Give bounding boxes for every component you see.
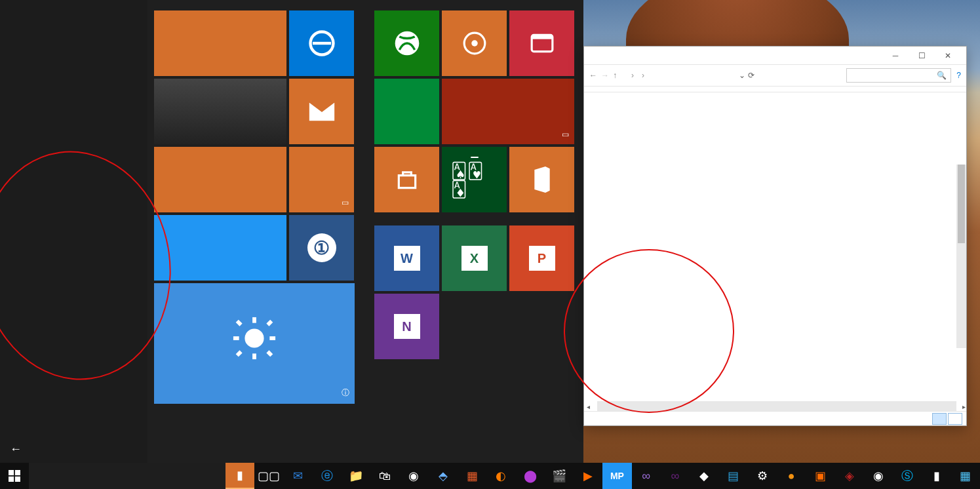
tile-ppt[interactable]: P: [509, 225, 574, 291]
tile-weather[interactable]: ⓘ: [154, 283, 355, 404]
section-numeric[interactable]: [0, 0, 147, 10]
view-icons-button[interactable]: [948, 413, 962, 425]
onenote-icon: N: [380, 299, 434, 354]
movies-icon: [515, 16, 569, 71]
1password-icon: ①: [294, 220, 349, 275]
search-input[interactable]: 🔍: [846, 68, 951, 83]
task-active-app[interactable]: ▮: [225, 463, 254, 489]
task-explorer[interactable]: 📁: [342, 463, 370, 489]
task-app8[interactable]: ●: [777, 463, 806, 489]
scrollbar-h[interactable]: ◂ ▸: [597, 401, 956, 411]
task-edge[interactable]: ⓔ: [312, 463, 341, 489]
tile-twitter[interactable]: [154, 215, 286, 281]
task-app3[interactable]: 🎬: [545, 463, 574, 489]
section-b[interactable]: [0, 21, 147, 31]
tile-1password[interactable]: ①: [289, 215, 354, 281]
svg-rect-16: [15, 470, 20, 475]
group-life[interactable]: [154, 0, 355, 10]
cortana-search[interactable]: [29, 463, 225, 489]
task-vs2[interactable]: ∞: [661, 463, 690, 489]
task-vscode[interactable]: ⬘: [429, 463, 458, 489]
task-chrome[interactable]: ◉: [399, 463, 428, 489]
task-cmd[interactable]: ▮: [922, 463, 951, 489]
svg-rect-14: [532, 35, 553, 39]
ppt-icon: P: [515, 231, 569, 286]
breadcrumb-startmenu[interactable]: [634, 74, 642, 77]
breadcrumb-windows[interactable]: [623, 74, 631, 77]
dropdown-icon[interactable]: ⌄: [739, 71, 745, 80]
tile-edge[interactable]: [289, 10, 354, 76]
task-view-button[interactable]: ▢▢: [254, 463, 283, 489]
help-icon[interactable]: ?: [956, 71, 961, 80]
tile-news[interactable]: ▭: [442, 79, 574, 144]
nav-back-icon[interactable]: ←: [589, 71, 597, 80]
tile-cortana[interactable]: [154, 147, 286, 212]
tile-office[interactable]: [509, 147, 574, 212]
tile-area: ▭ ①: [147, 0, 583, 463]
nav-fwd-icon[interactable]: →: [601, 71, 609, 80]
tile-solitaire[interactable]: 🂡🂱🃁: [442, 147, 507, 212]
search-icon: 🔍: [937, 71, 947, 80]
minimize-button[interactable]: ─: [882, 51, 909, 60]
task-app4[interactable]: ▶: [574, 463, 602, 489]
start-button[interactable]: [0, 463, 29, 489]
mail-icon: [294, 84, 349, 139]
task-outlook[interactable]: ✉: [283, 463, 312, 489]
task-app6[interactable]: ▤: [718, 463, 747, 489]
svg-point-1: [245, 328, 264, 347]
address-bar: ← → ↑ › › ⌄ ⟳ 🔍 ?: [584, 65, 966, 87]
titlebar[interactable]: ─ ☐ ✕: [584, 47, 966, 65]
tile-calendar[interactable]: [154, 10, 286, 76]
task-steam[interactable]: ◉: [864, 463, 893, 489]
maximize-button[interactable]: ☐: [909, 51, 935, 60]
xbox-icon: [380, 16, 434, 71]
breadcrumb-programs[interactable]: [644, 74, 652, 77]
info-icon: ⓘ: [159, 387, 349, 399]
tile-money[interactable]: [374, 79, 439, 144]
svg-rect-17: [9, 477, 14, 482]
view-details-button[interactable]: [932, 413, 947, 425]
tile-store[interactable]: [374, 147, 439, 212]
svg-line-6: [237, 321, 241, 324]
task-app9[interactable]: ▣: [806, 463, 834, 489]
tile-contacts[interactable]: ▭: [289, 147, 354, 212]
task-mp[interactable]: MP: [602, 463, 631, 489]
svg-point-12: [471, 40, 478, 47]
tile-word[interactable]: W: [374, 225, 439, 291]
close-button[interactable]: ✕: [935, 51, 961, 60]
task-app10[interactable]: ◈: [835, 463, 864, 489]
tile-movies[interactable]: [509, 10, 574, 76]
tile-onenote[interactable]: N: [374, 294, 439, 359]
cortana-headline: [159, 152, 281, 207]
scroll-right-icon[interactable]: ▸: [962, 403, 966, 410]
task-app11[interactable]: ▦: [951, 463, 980, 489]
task-app2[interactable]: ⬤: [515, 463, 544, 489]
back-button[interactable]: ←: [0, 436, 147, 463]
news-more-icon: ▭: [562, 130, 569, 139]
tile-groove[interactable]: [442, 10, 507, 76]
tile-mail[interactable]: [289, 79, 354, 144]
svg-line-9: [267, 321, 271, 324]
refresh-icon[interactable]: ⟳: [748, 71, 755, 80]
task-skype[interactable]: Ⓢ: [893, 463, 922, 489]
task-vs[interactable]: ∞: [632, 463, 661, 489]
svg-line-7: [267, 351, 271, 355]
task-app7[interactable]: ⚙: [748, 463, 777, 489]
start-menu: ←: [0, 0, 583, 463]
task-app1[interactable]: ▦: [458, 463, 486, 489]
group-play[interactable]: [374, 0, 574, 10]
word-icon: W: [380, 231, 434, 286]
contacts-icon: ▭: [294, 198, 349, 207]
tile-xbox[interactable]: [374, 10, 439, 76]
task-firefox[interactable]: ◐: [486, 463, 515, 489]
scrollbar-v[interactable]: [956, 165, 966, 348]
nav-up-icon[interactable]: ↑: [613, 71, 617, 80]
section-a[interactable]: [0, 10, 147, 21]
tile-photos[interactable]: [154, 79, 286, 144]
explorer-window[interactable]: ─ ☐ ✕ ← → ↑ › › ⌄ ⟳ 🔍 ? ◂ ▸: [583, 46, 967, 426]
task-store[interactable]: 🛍: [370, 463, 399, 489]
group-office[interactable]: [374, 215, 574, 225]
task-app5[interactable]: ◆: [690, 463, 718, 489]
scroll-left-icon[interactable]: ◂: [587, 403, 590, 410]
tile-excel[interactable]: X: [442, 225, 507, 291]
